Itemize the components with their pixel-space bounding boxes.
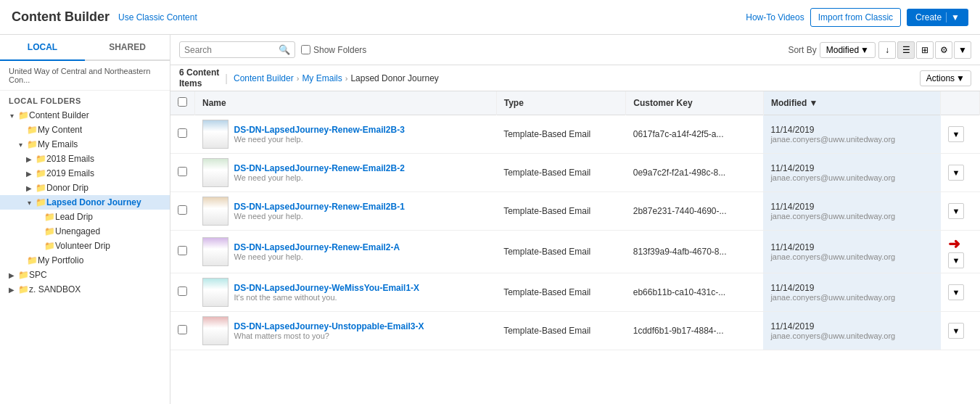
sidebar-item-volunteer-drip[interactable]: 📁 Volunteer Drip [0,239,170,253]
sidebar-item-unengaged[interactable]: 📁 Unengaged [0,224,170,239]
toggle-icon[interactable]: ▶ [23,170,35,178]
row-action-dropdown-button[interactable]: ▼ [948,165,964,181]
row-modified-date: 11/14/2019 [770,202,934,212]
sidebar-tabs: LOCAL SHARED [0,35,170,61]
sidebar-item-lapsed-donor-journey[interactable]: ▾ 📁 Lapsed Donor Journey [0,195,170,210]
sort-direction-button[interactable]: ↓ [878,41,896,59]
toggle-icon[interactable]: ▾ [15,141,26,149]
row-action-dropdown-button[interactable]: ▼ [948,284,964,300]
list-view-button[interactable]: ☰ [897,41,915,59]
toggle-icon[interactable]: ▶ [6,286,17,294]
row-name-info: DS-DN-LapsedJourney-Unstoppable-Email3-X… [234,321,424,340]
row-modified-info: 11/14/2019 janae.conyers@uww.unitedway.o… [770,242,934,261]
content-count-text: 6 Content [179,67,219,78]
row-action-cell: ▼ [941,154,980,192]
sidebar-item-my-content[interactable]: 📁 My Content [0,123,170,137]
row-checkbox[interactable] [178,205,187,215]
row-modified-user: janae.conyers@uww.unitedway.org [770,331,934,340]
toggle-icon[interactable]: ▶ [23,155,35,163]
folder-icon: 📁 [26,255,38,265]
search-input[interactable] [184,45,279,55]
toggle-icon[interactable]: ▾ [23,199,35,207]
row-action-dropdown-button[interactable]: ▼ [948,252,964,268]
breadcrumb-arrow-1: › [297,74,300,83]
sidebar-item-sandbox[interactable]: ▶ 📁 z. SANDBOX [0,282,170,297]
show-folders-checkbox-label[interactable]: Show Folders [301,45,366,55]
breadcrumb-bar: 6 Content Items | Content Builder › My E… [170,65,980,91]
sidebar-item-lead-drip[interactable]: 📁 Lead Drip [0,210,170,224]
create-button[interactable]: Create ▼ [907,9,968,26]
breadcrumb-separator: | [225,73,228,84]
row-checkbox[interactable] [178,286,187,296]
row-name-info: DS-DN-LapsedJourney-Renew-Email2B-2 We n… [234,163,405,182]
breadcrumb-content-builder[interactable]: Content Builder [234,73,294,83]
row-modified-date: 11/14/2019 [770,283,934,293]
show-folders-checkbox[interactable] [301,45,310,54]
sort-button[interactable]: Modified ▼ [820,42,876,58]
sidebar-item-2018-emails[interactable]: ▶ 📁 2018 Emails [0,152,170,166]
row-checkbox-cell [170,273,195,312]
row-name-title[interactable]: DS-DN-LapsedJourney-Renew-Email2B-2 [234,163,405,173]
search-icon[interactable]: 🔍 [279,44,290,55]
folder-icon: 📁 [17,110,29,120]
tab-local[interactable]: LOCAL [0,35,85,61]
tab-shared[interactable]: SHARED [85,35,170,61]
folder-icon: 📁 [26,125,38,135]
create-dropdown-arrow[interactable]: ▼ [946,12,960,22]
sidebar-item-content-builder[interactable]: ▾ 📁 Content Builder [0,108,170,123]
row-type: Template-Based Email [503,168,590,178]
breadcrumb-my-emails[interactable]: My Emails [302,73,342,83]
filter-button[interactable]: ▼ [954,41,971,59]
content-count: 6 Content Items [179,67,219,88]
th-customer-key[interactable]: Customer Key [626,91,764,115]
row-modified-cell: 11/14/2019 janae.conyers@uww.unitedway.o… [763,192,941,231]
row-action-dropdown-button[interactable]: ▼ [948,323,964,339]
th-modified[interactable]: Modified ▼ [763,91,941,115]
row-checkbox[interactable] [178,246,187,255]
use-classic-link[interactable]: Use Classic Content [118,12,197,22]
row-name-title[interactable]: DS-DN-LapsedJourney-Renew-Email2B-1 [234,202,405,212]
row-checkbox[interactable] [178,167,187,176]
row-checkbox[interactable] [178,128,187,138]
toggle-icon[interactable]: ▾ [6,112,17,120]
sidebar-item-label: 2019 Emails [46,168,94,178]
layout: LOCAL SHARED United Way of Central and N… [0,35,980,404]
row-name-title[interactable]: DS-DN-LapsedJourney-Unstoppable-Email3-X [234,321,424,331]
select-all-checkbox[interactable] [178,97,187,107]
org-name: United Way of Central and Northeastern C… [0,61,170,91]
actions-button[interactable]: Actions ▼ [920,70,971,86]
sidebar-item-2019-emails[interactable]: ▶ 📁 2019 Emails [0,166,170,181]
sidebar-item-label: 2018 Emails [46,154,94,164]
sidebar-item-my-portfolio[interactable]: 📁 My Portfolio [0,253,170,268]
row-checkbox-cell [170,192,195,231]
row-name-title[interactable]: DS-DN-LapsedJourney-Renew-Email2-A [234,242,400,252]
row-thumbnail [202,237,228,266]
row-action-dropdown-button[interactable]: ▼ [948,203,964,219]
sidebar-item-donor-drip[interactable]: ▶ 📁 Donor Drip [0,181,170,195]
grid-view-button[interactable]: ⊞ [916,41,934,59]
row-action-dropdown-button[interactable]: ▼ [948,126,964,142]
toggle-icon[interactable]: ▶ [6,271,17,279]
row-modified-info: 11/14/2019 janae.conyers@uww.unitedway.o… [770,125,934,144]
th-type[interactable]: Type [496,91,626,115]
sidebar-item-spc[interactable]: ▶ 📁 SPC [0,268,170,282]
th-checkbox [170,91,195,115]
sidebar-item-label: My Content [38,125,82,135]
toggle-icon[interactable]: ▶ [23,184,35,192]
row-name-title[interactable]: DS-DN-LapsedJourney-WeMissYou-Email1-X [234,283,420,293]
how-to-videos-link[interactable]: How-To Videos [746,12,804,22]
sidebar-item-my-emails[interactable]: ▾ 📁 My Emails [0,137,170,152]
row-type: Template-Based Email [503,247,590,257]
row-name-cell: DS-DN-LapsedJourney-Renew-Email2B-3 We n… [195,115,497,154]
settings-button[interactable]: ⚙ [935,41,952,59]
th-name[interactable]: Name [195,91,497,115]
import-from-classic-button[interactable]: Import from Classic [810,8,901,27]
row-checkbox-cell [170,115,195,154]
row-thumbnail [202,316,228,345]
sidebar-item-label: Lapsed Donor Journey [46,197,141,207]
row-checkbox[interactable] [178,325,187,334]
sidebar-item-label: Content Builder [29,110,89,120]
sort-area: Sort By Modified ▼ ↓ ☰ ⊞ ⚙ ▼ [788,41,971,59]
row-modified-info: 11/14/2019 janae.conyers@uww.unitedway.o… [770,283,934,302]
row-name-title[interactable]: DS-DN-LapsedJourney-Renew-Email2B-3 [234,125,405,135]
